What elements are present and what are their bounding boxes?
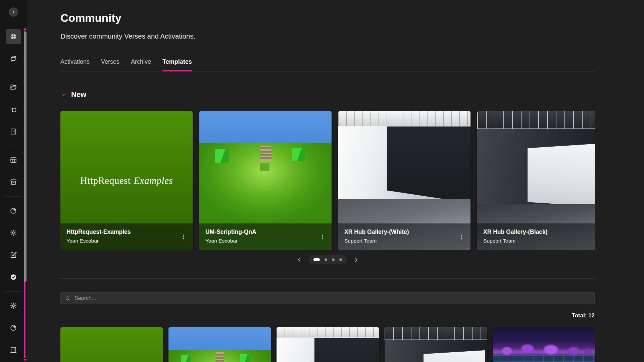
section-new-title: New <box>71 90 86 99</box>
section-new-header: New <box>60 84 595 105</box>
card-author: Support Team <box>344 238 464 244</box>
tab-bar: Activations Verses Archive Templates <box>60 58 595 71</box>
tab-templates[interactable]: Templates <box>162 58 192 71</box>
search-input[interactable] <box>74 295 590 302</box>
carousel-dot-1[interactable] <box>313 258 320 261</box>
sidebar-item-settings[interactable] <box>6 225 21 241</box>
chevron-left-icon <box>296 256 303 263</box>
result-thumbnail[interactable]: HttpRequestExamples <box>60 327 163 362</box>
data-table-icon <box>10 156 17 164</box>
page-title: Community <box>60 11 595 25</box>
sidebar-item-tables[interactable] <box>6 152 21 168</box>
card-author: Yoan Escobar <box>66 238 187 244</box>
chevron-right-icon <box>352 256 360 263</box>
vaporwave-thumbnail <box>493 327 595 362</box>
carousel-pagination <box>60 255 595 264</box>
result-thumbnail[interactable] <box>168 327 271 362</box>
result-thumbnail[interactable] <box>277 327 379 362</box>
tab-activations[interactable]: Activations <box>60 58 90 71</box>
archive-box-icon <box>10 178 17 186</box>
pie-chart-icon <box>10 324 17 331</box>
kebab-menu-icon[interactable] <box>178 231 189 243</box>
template-card[interactable]: UM-Scripting-QnA Yoan Escobar <box>199 111 332 250</box>
main-content: Community Discover community Verses and … <box>60 0 595 362</box>
divider <box>60 278 595 279</box>
kebab-menu-icon[interactable] <box>456 231 467 243</box>
carousel-dot-3[interactable] <box>332 258 335 261</box>
chevron-right-icon <box>11 10 16 14</box>
scroll-down-arrow-icon[interactable] <box>23 359 27 361</box>
card-title: UM-Scripting-QnA <box>205 228 326 236</box>
black-gallery-thumbnail <box>385 327 487 362</box>
tab-archive[interactable]: Archive <box>131 58 151 71</box>
scrollbar-thumb[interactable] <box>24 32 27 282</box>
results-grid: HttpRequestExamples <box>60 327 595 362</box>
gear-icon <box>10 229 17 237</box>
sidebar-separator <box>6 146 21 146</box>
card-footer: XR Hub Gallery-(Black) Support Team <box>477 223 595 250</box>
carousel-dots <box>308 255 347 264</box>
result-thumbnail[interactable] <box>493 327 595 362</box>
edit-note-icon <box>10 251 17 259</box>
template-carousel: HttpRequestExamples HttpRequest-Examples… <box>60 111 595 250</box>
gear-icon <box>10 302 17 309</box>
carousel-next-button[interactable] <box>352 256 360 263</box>
card-footer: HttpRequest-Examples Yoan Escobar <box>60 223 193 250</box>
search-bar <box>60 292 595 304</box>
sidebar-item-collections[interactable] <box>6 102 21 117</box>
total-count: Total: 12 <box>60 312 595 319</box>
card-author: Support Team <box>483 238 595 244</box>
thumbnail-caption: HttpRequestExamples <box>60 175 193 186</box>
card-title: XR Hub Gallery-(Black) <box>483 228 595 236</box>
chat-bubbles-icon <box>10 55 17 62</box>
sidebar-separator <box>6 73 21 73</box>
card-footer: UM-Scripting-QnA Yoan Escobar <box>199 223 332 250</box>
copy-stack-icon <box>10 106 17 113</box>
chevron-down-icon[interactable] <box>60 91 67 98</box>
sidebar-item-compose[interactable] <box>6 247 21 263</box>
sidebar-item-bottom[interactable] <box>6 342 21 358</box>
page-subtitle: Discover community Verses and Activation… <box>60 32 595 40</box>
template-card[interactable]: XR Hub Gallery-(Black) Support Team <box>477 111 595 250</box>
grass-field-thumbnail <box>168 327 271 362</box>
globe-icon <box>10 33 17 40</box>
folder-icon <box>10 84 17 91</box>
door-icon <box>10 346 17 354</box>
card-title: XR Hub Gallery-(White) <box>344 228 464 236</box>
template-card[interactable]: HttpRequestExamples HttpRequest-Examples… <box>60 111 193 250</box>
sidebar-item-admin-analytics[interactable] <box>6 320 21 335</box>
pie-chart-icon <box>10 207 17 214</box>
door-icon <box>10 128 17 135</box>
sidebar-item-archive[interactable] <box>6 174 21 190</box>
sidebar-item-chat[interactable] <box>6 51 21 66</box>
carousel-dot-2[interactable] <box>325 258 327 261</box>
sidebar-item-approvals[interactable] <box>6 269 21 285</box>
card-author: Yoan Escobar <box>205 238 326 244</box>
content-scrollbar[interactable] <box>23 28 28 362</box>
tab-verses[interactable]: Verses <box>101 58 119 71</box>
green-title-card-thumbnail: HttpRequestExamples <box>60 327 163 362</box>
sidebar-item-admin-settings[interactable] <box>6 298 21 313</box>
sidebar-item-community[interactable] <box>6 29 21 44</box>
check-circle-icon <box>10 273 17 281</box>
scroll-up-arrow-icon[interactable] <box>23 28 27 30</box>
sidebar-item-analytics[interactable] <box>6 203 21 218</box>
card-footer: XR Hub Gallery-(White) Support Team <box>338 223 470 250</box>
carousel-dot-4[interactable] <box>339 258 342 261</box>
kebab-menu-icon[interactable] <box>317 231 328 243</box>
search-icon <box>65 296 70 301</box>
card-title: HttpRequest-Examples <box>66 228 187 236</box>
carousel-prev-button[interactable] <box>296 256 303 263</box>
template-card[interactable]: XR Hub Gallery-(White) Support Team <box>338 111 470 250</box>
sidebar-separator <box>6 291 21 292</box>
sidebar-item-files[interactable] <box>6 80 21 95</box>
white-gallery-thumbnail <box>277 327 379 362</box>
sidebar-item-rooms[interactable] <box>6 124 21 139</box>
sidebar-expand-button[interactable] <box>9 7 18 17</box>
result-thumbnail[interactable] <box>385 327 487 362</box>
sidebar-separator <box>6 196 21 197</box>
